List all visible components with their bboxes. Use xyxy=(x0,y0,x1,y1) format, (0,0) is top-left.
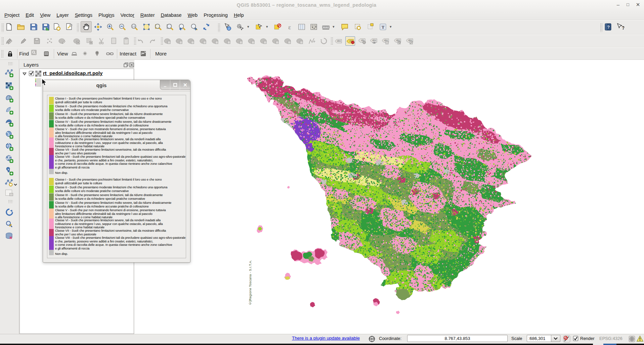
svg-text:abc: abc xyxy=(337,39,341,42)
svg-text:?: ? xyxy=(622,25,624,31)
svg-text:abc: abc xyxy=(372,39,376,42)
svg-text:1:1: 1:1 xyxy=(132,25,135,28)
svg-text:ε: ε xyxy=(288,24,291,31)
svg-text:?: ? xyxy=(607,25,610,30)
svg-text:T: T xyxy=(382,25,385,30)
